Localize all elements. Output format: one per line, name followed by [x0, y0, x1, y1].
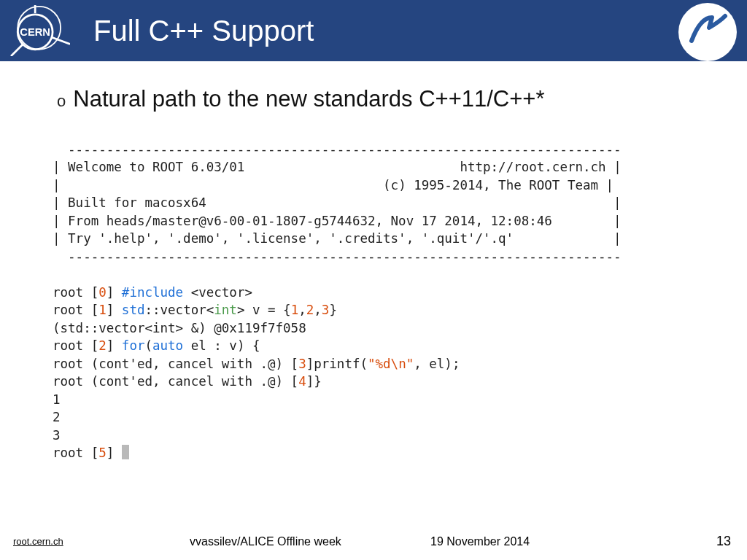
term-line: root [1] std::vector<int> v = {1,2,3}	[53, 303, 337, 317]
term-line: 1	[53, 392, 61, 407]
term-line: | Welcome to ROOT 6.03/01 http://root.ce…	[53, 160, 622, 174]
svg-line-4	[11, 44, 23, 56]
term-line: | Try '.help', '.demo', '.license', '.cr…	[53, 231, 622, 246]
term-line: (std::vector<int> &) @0x119f7f058	[53, 321, 306, 335]
footer-date: 19 November 2014	[430, 535, 530, 548]
slide-body: o Natural path to the new standards C++1…	[0, 61, 747, 462]
footer-page-number: 13	[716, 534, 731, 549]
terminal-screenshot: ----------------------------------------…	[53, 122, 703, 462]
term-line: 3	[53, 428, 61, 443]
cern-logo: CERN	[0, 0, 73, 61]
cern-logo-icon: CERN	[3, 5, 70, 56]
term-line: root (cont'ed, cancel with .@) [3]printf…	[53, 357, 460, 371]
term-line: ----------------------------------------…	[53, 249, 622, 264]
term-line: root [5]	[53, 446, 129, 460]
term-line: | From heads/master@v6-00-01-1807-g57446…	[53, 214, 622, 228]
bullet-text: Natural path to the new standards C++11/…	[73, 86, 544, 112]
term-line: | Built for macosx64 |	[53, 195, 622, 210]
slide-header: CERN Full C++ Support	[0, 0, 747, 61]
footer-author: vvassilev/ALICE Offline week	[190, 535, 341, 548]
term-line: root [2] for(auto el : v) {	[53, 338, 260, 353]
term-line: 2	[53, 410, 61, 424]
term-line: ----------------------------------------…	[53, 142, 622, 157]
bullet-item: o Natural path to the new standards C++1…	[44, 86, 703, 112]
term-line: root [0] #include <vector>	[53, 285, 252, 300]
footer-url-link[interactable]: root.cern.ch	[13, 536, 63, 547]
slide-title: Full C++ Support	[93, 15, 314, 47]
cursor-icon	[122, 445, 129, 459]
root-logo-icon	[687, 12, 728, 52]
root-logo	[678, 3, 737, 61]
slide-footer: root.cern.ch vvassilev/ALICE Offline wee…	[0, 536, 747, 547]
term-line: | (c) 1995-2014, The ROOT Team |	[53, 178, 614, 192]
svg-text:CERN: CERN	[20, 26, 50, 38]
term-line: root (cont'ed, cancel with .@) [4]}	[53, 374, 322, 389]
bullet-marker: o	[57, 92, 66, 111]
